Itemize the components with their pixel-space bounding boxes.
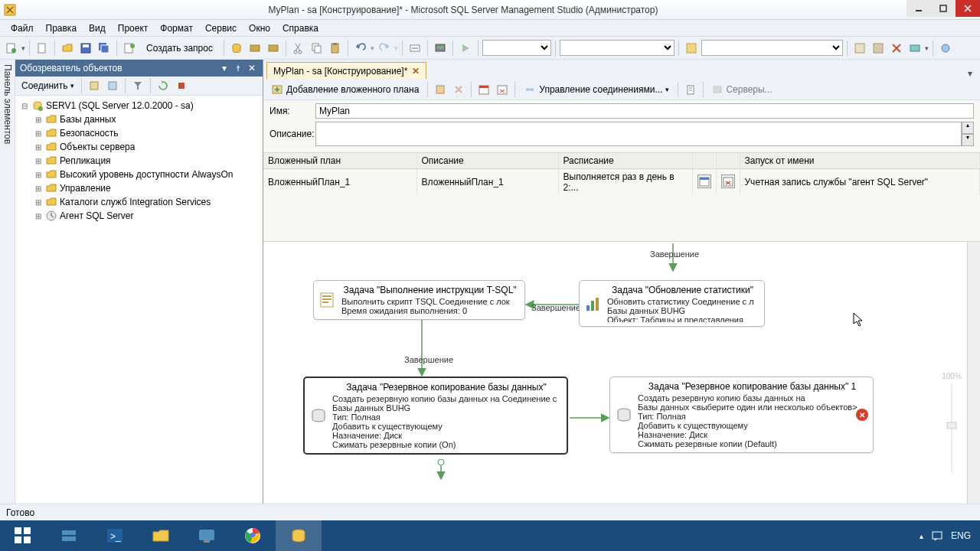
redo-button[interactable] — [376, 40, 393, 57]
schedule-button[interactable] — [475, 81, 492, 98]
menu-help[interactable]: Справка — [276, 21, 325, 35]
panel-close-icon[interactable]: ✕ — [246, 62, 258, 74]
tray-language[interactable]: ENG — [951, 530, 971, 541]
oe-filter-button[interactable] — [129, 77, 146, 94]
menu-edit[interactable]: Правка — [40, 21, 83, 35]
config-combo[interactable] — [560, 40, 675, 56]
pin-icon[interactable] — [232, 62, 244, 74]
activity-monitor-button[interactable] — [432, 40, 449, 57]
connect-dropdown[interactable]: Соединить ▾ — [18, 79, 77, 93]
oe-stop-button[interactable] — [173, 77, 190, 94]
new-query-button[interactable]: Создать запрос — [139, 40, 220, 57]
open-button[interactable] — [59, 40, 76, 57]
debug-target-combo[interactable] — [482, 40, 551, 56]
execute-button[interactable] — [457, 40, 474, 57]
desc-spin-down[interactable]: ▾ — [962, 134, 974, 146]
tab-dropdown-icon[interactable]: ▾ — [963, 68, 977, 79]
tray-chevron-icon[interactable]: ▴ — [920, 532, 923, 540]
taskbar-server-manager[interactable] — [46, 520, 92, 551]
cell-desc[interactable]: ВложенныйПлан_1 — [416, 169, 558, 196]
tb-icon-5[interactable] — [937, 40, 954, 57]
oe-btn-2[interactable] — [104, 77, 121, 94]
task-backup-error[interactable]: ✕ Задача "Резервное копирование базы дан… — [609, 377, 874, 453]
oe-refresh-button[interactable] — [155, 77, 172, 94]
new-query-icon[interactable] — [121, 40, 138, 57]
menu-format[interactable]: Формат — [154, 21, 199, 35]
start-button[interactable] — [0, 520, 46, 551]
design-canvas[interactable]: Завершение Завершение Завершение Задача … — [263, 242, 980, 504]
oe-btn-1[interactable] — [86, 77, 103, 94]
maximize-button[interactable] — [931, 0, 956, 17]
col-runas[interactable]: Запуск от имени — [740, 153, 980, 169]
properties-button[interactable] — [683, 40, 700, 57]
name-input[interactable] — [315, 103, 974, 119]
col-subplan[interactable]: Вложенный план — [263, 153, 416, 169]
menu-project[interactable]: Проект — [112, 21, 155, 35]
task-backup-selected[interactable]: Задача "Резервное копирование базы данны… — [303, 377, 568, 455]
tree-replication[interactable]: ⊞Репликация — [31, 154, 261, 168]
servers-button[interactable]: Серверы... — [707, 83, 776, 96]
report-button[interactable] — [682, 81, 699, 98]
col-schedule[interactable]: Расписание — [558, 153, 692, 169]
panel-dropdown-icon[interactable]: ▾ — [218, 62, 230, 74]
taskbar-explorer[interactable] — [138, 520, 184, 551]
col-desc[interactable]: Описание — [416, 153, 558, 169]
taskbar-rdp[interactable] — [184, 520, 230, 551]
tree-management[interactable]: ⊞Управление — [31, 181, 261, 195]
desc-spin-up[interactable]: ▴ — [962, 122, 974, 134]
menu-service[interactable]: Сервис — [199, 21, 243, 35]
toolbox-tab[interactable]: Панель элементов — [0, 60, 15, 504]
task-stats[interactable]: Задача "Обновление статистики" Обновить … — [579, 280, 765, 327]
tb-icon-3[interactable] — [888, 40, 905, 57]
tray-action-center-icon[interactable] — [931, 530, 943, 542]
tree-server-node[interactable]: ⊟ SERV1 (SQL Server 12.0.2000 - sa) — [17, 99, 261, 112]
copy-button[interactable] — [309, 40, 325, 57]
cell-runas[interactable]: Учетная запись службы "агент SQL Server" — [740, 169, 980, 196]
close-button[interactable] — [956, 0, 980, 17]
add-subplan-button[interactable]: Добавление вложенного плана — [266, 82, 423, 97]
tree-security[interactable]: ⊞Безопасность — [31, 126, 261, 140]
tree-integration[interactable]: ⊞Каталоги служб Integration Services — [31, 195, 261, 209]
delete-subplan-button[interactable] — [450, 81, 467, 98]
cell-sched[interactable]: Выполняется раз в день в 2:... — [558, 169, 692, 196]
dmx-query-button[interactable] — [265, 40, 282, 57]
task-tsql[interactable]: Задача "Выполнение инструкции T-SQL" Вып… — [313, 280, 525, 320]
tb-icon-1[interactable] — [851, 40, 868, 57]
taskbar-powershell[interactable]: >_ — [92, 520, 138, 551]
find-button[interactable] — [407, 40, 423, 57]
vertical-scrollbar[interactable] — [967, 242, 980, 504]
subplan-props-button[interactable] — [432, 81, 449, 98]
undo-button[interactable] — [352, 40, 369, 57]
new-project-button[interactable] — [3, 40, 20, 57]
engine-query-button[interactable] — [228, 40, 245, 57]
minimize-button[interactable] — [906, 0, 931, 17]
menu-window[interactable]: Окно — [243, 21, 276, 35]
system-tray[interactable]: ▴ ENG — [910, 530, 980, 542]
tab-close-icon[interactable]: ✕ — [412, 66, 420, 77]
zoom-control[interactable]: 100% — [940, 372, 963, 494]
tree-alwayson[interactable]: ⊞Высокий уровень доступности AlwaysOn — [31, 168, 261, 181]
mdx-query-button[interactable] — [247, 40, 263, 57]
paste-button[interactable] — [327, 40, 344, 57]
cell-plan[interactable]: ВложенныйПлан_1 — [263, 169, 416, 196]
save-all-button[interactable] — [96, 40, 113, 57]
menu-file[interactable]: Файл — [5, 21, 40, 35]
save-button[interactable] — [77, 40, 94, 57]
cell-sched-btn1[interactable] — [692, 169, 716, 196]
manage-connections-button[interactable]: Управление соединениями... ▾ — [519, 82, 674, 97]
new-file-button[interactable] — [34, 40, 51, 57]
tree-server-objects[interactable]: ⊞Объекты сервера — [31, 140, 261, 154]
tb-icon-4[interactable] — [906, 40, 923, 57]
tab-myplan[interactable]: MyPlan - sa [Конструирование]* ✕ — [266, 62, 426, 79]
tree-databases[interactable]: ⊞Базы данных — [31, 112, 261, 126]
cell-sched-btn2[interactable] — [716, 169, 740, 196]
desc-input[interactable] — [315, 122, 962, 146]
subplan-row[interactable]: ВложенныйПлан_1 ВложенныйПлан_1 Выполняе… — [263, 169, 980, 196]
database-combo[interactable] — [701, 40, 843, 56]
taskbar-chrome[interactable] — [230, 520, 276, 551]
tb-icon-2[interactable] — [870, 40, 887, 57]
cut-button[interactable] — [290, 40, 307, 57]
object-tree[interactable]: ⊟ SERV1 (SQL Server 12.0.2000 - sa) ⊞Баз… — [15, 96, 263, 504]
taskbar-ssms[interactable] — [276, 520, 322, 551]
menu-view[interactable]: Вид — [83, 21, 112, 35]
